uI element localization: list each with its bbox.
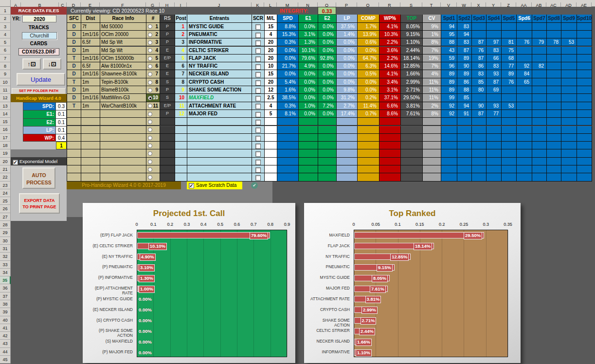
row-header-17[interactable]: 17 [0,134,11,142]
export-data-button[interactable]: EXPORT DATA TO PRINT PAGE [19,193,60,214]
scratch-checkbox[interactable] [255,80,261,86]
weight-value-input[interactable]: 0.4 [56,134,67,142]
race-select-radio[interactable] [148,167,152,172]
row-header-39[interactable]: 39 [0,308,11,316]
race-select-radio[interactable] [148,136,152,140]
race-select-radio[interactable] [148,40,152,45]
race-select-radio[interactable] [148,33,152,37]
race-select-radio[interactable] [148,127,152,132]
race-select-radio[interactable] [148,112,152,116]
row-header-30[interactable]: 30 [0,237,11,245]
row-header-18[interactable]: 18 [0,142,11,149]
row-header-33[interactable]: 33 [0,261,11,269]
scratch-checkbox[interactable] [255,151,261,157]
scratch-checkbox[interactable] [255,136,261,141]
scratch-checkbox[interactable] [255,144,261,149]
row-header-2[interactable]: 2 [0,15,11,22]
track-input[interactable]: Churchill [22,32,57,39]
race-select-radio[interactable] [148,175,152,180]
scratch-checkbox[interactable] [255,72,261,77]
row-header-22[interactable]: 22 [0,173,11,181]
update-button[interactable]: Update [17,73,65,86]
scratch-checkbox[interactable] [255,24,261,30]
race-select-radio[interactable] [148,144,152,148]
row-header-31[interactable]: 31 [0,245,11,253]
race-select-radio[interactable] [148,24,152,29]
scratch-checkbox[interactable] [255,96,261,101]
next-race-button[interactable]: ↓⊡ [43,58,61,70]
race-select-radio[interactable] [148,151,152,156]
row-header-36[interactable]: 36 [0,284,11,292]
card-input[interactable]: CDX0523.DRF [18,48,59,55]
scratch-checkbox[interactable] [255,40,261,46]
scratch-checkbox[interactable] [255,127,261,133]
scratch-checkbox[interactable] [255,88,261,93]
row-header-32[interactable]: 32 [0,253,11,260]
row-header-24[interactable]: 24 [0,189,11,197]
weight-value-input[interactable]: 0.3 [56,102,67,110]
row-header-27[interactable]: 27 [0,213,11,221]
auto-process-button[interactable]: AUTO PROCESS [22,167,55,189]
row-header-15[interactable]: 15 [0,118,11,126]
row-header-43[interactable]: 43 [0,340,11,347]
scratch-checkbox[interactable] [255,167,261,173]
row-header-38[interactable]: 38 [0,300,11,308]
row-header-19[interactable]: 19 [0,149,11,157]
race-select-radio[interactable] [148,64,152,69]
row-header-29[interactable]: 29 [0,229,11,237]
scratch-checkbox[interactable] [255,160,261,165]
row-header-45[interactable]: 45 [0,356,11,364]
row-header-5[interactable]: 5 [0,38,11,46]
race-select-radio[interactable] [148,88,152,92]
row-header-21[interactable]: 21 [0,165,11,173]
race-select-radio[interactable] [148,160,152,164]
year-input[interactable]: 2020 [22,15,56,22]
row-header-13[interactable]: 13 [0,102,11,110]
row-header-26[interactable]: 26 [0,205,11,213]
row-header-16[interactable]: 16 [0,126,11,133]
row-header-4[interactable]: 4 [0,31,11,38]
race-select-radio[interactable] [148,56,152,61]
save-scratch-toggle[interactable]: ✓Save Scratch Data [187,182,242,189]
row-header-14[interactable]: 14 [0,110,11,118]
save-scratch-checkbox[interactable]: ✓ [189,183,194,188]
scratch-checkbox[interactable] [255,104,261,109]
row-header-7[interactable]: 7 [0,55,11,62]
scratch-checkbox[interactable] [255,64,261,70]
row-header-20[interactable]: 20 [0,158,11,165]
row-header-8[interactable]: 8 [0,62,11,70]
race-select-radio[interactable] [148,120,152,124]
row-header-37[interactable]: 37 [0,292,11,300]
row-header-3[interactable]: 3 [0,23,11,31]
row-header-35[interactable]: 35 [0,276,11,284]
row-header-23[interactable]: 23 [0,182,11,189]
exponential-model-checkbox[interactable]: ✓ [13,160,18,165]
race-select-radio[interactable] [148,104,152,108]
row-header-25[interactable]: 25 [0,197,11,205]
race-select-radio[interactable] [148,48,152,53]
row-header-41[interactable]: 41 [0,324,11,332]
scratch-checkbox[interactable] [255,56,261,62]
race-select-radio[interactable] [148,96,152,100]
scratch-checkbox[interactable] [255,48,261,54]
scratch-checkbox[interactable] [255,33,261,38]
exponential-model-toggle[interactable]: ✓Exponential Model [11,157,67,165]
row-header-12[interactable]: 12 [0,94,11,102]
row-header-1[interactable]: 1 [0,7,11,15]
scratch-checkbox[interactable] [255,112,261,117]
scratch-checkbox[interactable] [255,175,261,181]
weight-value-input[interactable]: 0.1 [56,118,67,126]
weight-value-input[interactable]: 0.1 [56,126,67,134]
row-header-10[interactable]: 10 [0,78,11,86]
race-select-radio[interactable] [148,72,152,76]
select-all-corner[interactable] [0,0,11,7]
scratch-checkbox[interactable] [255,120,261,125]
row-header-11[interactable]: 11 [0,86,11,94]
row-header-40[interactable]: 40 [0,316,11,324]
row-header-28[interactable]: 28 [0,221,11,229]
race-select-radio[interactable] [148,80,152,85]
previous-race-button[interactable]: ↑⊡ [22,58,41,70]
row-header-6[interactable]: 6 [0,46,11,54]
row-header-34[interactable]: 34 [0,269,11,276]
row-header-9[interactable]: 9 [0,70,11,78]
